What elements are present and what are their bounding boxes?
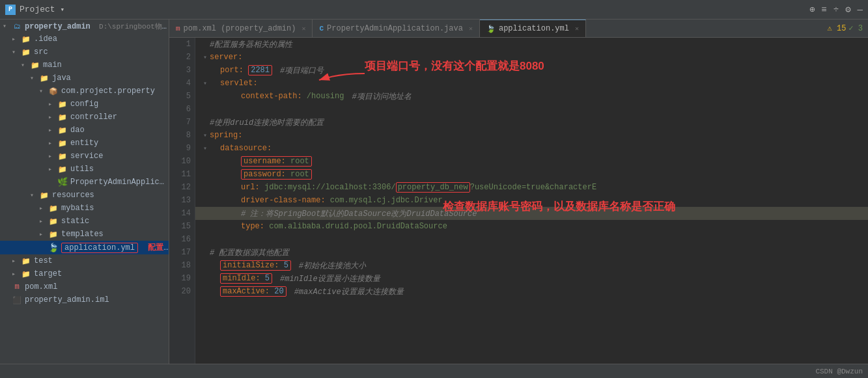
- expand-arrow: [39, 87, 48, 95]
- tab-close-yml[interactable]: ✕: [575, 25, 579, 33]
- sidebar-item-src[interactable]: 📁 src: [0, 46, 169, 59]
- code-line-5: context-path: /housing #项目访问地址名: [195, 90, 868, 103]
- sidebar-item-utils[interactable]: 📁 utils: [0, 163, 169, 176]
- tab-close-app[interactable]: ✕: [469, 25, 473, 33]
- sidebar-label-config: config: [70, 100, 169, 109]
- sidebar-item-entity[interactable]: 📁 entity: [0, 137, 169, 150]
- gear-icon[interactable]: ⚙: [845, 4, 850, 15]
- entity-folder-icon: 📁: [57, 138, 68, 148]
- project-path: D:\springboot物业管理\springboot物业管理: [99, 23, 169, 31]
- ln-11: 11: [169, 168, 195, 181]
- main-area: 🗂 property_admin D:\springboot物业管理\sprin…: [0, 20, 868, 364]
- ln-15: 15: [169, 220, 195, 233]
- title-bar-right: ⊕ ≡ ÷ ⚙ —: [809, 4, 863, 15]
- ln-16: 16: [169, 233, 195, 246]
- tab-pom-xml[interactable]: m pom.xml (property_admin) ✕: [169, 20, 313, 37]
- ln-2: 2: [169, 51, 195, 64]
- sidebar-label-main: main: [43, 61, 169, 70]
- driver-val: com.mysql.cj.jdbc.Driver: [330, 196, 443, 205]
- tab-close-pom[interactable]: ✕: [301, 25, 305, 33]
- username-box: username: root: [241, 156, 312, 167]
- ln-7: 7: [169, 116, 195, 129]
- sidebar-item-dao[interactable]: 📁 dao: [0, 124, 169, 137]
- sidebar-label-java: java: [52, 74, 169, 83]
- add-icon[interactable]: ⊕: [809, 4, 815, 15]
- expand-arrow: [12, 257, 21, 265]
- sidebar-item-idea[interactable]: 📁 .idea: [0, 33, 169, 46]
- sidebar-item-config[interactable]: 📁 config: [0, 98, 169, 111]
- sidebar-item-application-yml[interactable]: 🍃 application.yml 配置文件: [0, 241, 169, 254]
- test-folder-icon: 📁: [21, 256, 31, 266]
- tab-label-yml: application.yml: [499, 24, 569, 33]
- sidebar-item-pom-xml[interactable]: m pom.xml: [0, 280, 169, 293]
- minidle-box: minIdle: 5: [220, 273, 272, 284]
- sidebar-item-main-class[interactable]: 🌿 PropertyAdminApplication: [0, 176, 169, 189]
- templates-folder-icon: 📁: [48, 229, 59, 239]
- type-key: type:: [241, 222, 264, 231]
- sidebar-item-static[interactable]: 📁 static: [0, 215, 169, 228]
- bottom-bar: CSDN @Dwzun: [0, 364, 868, 378]
- sidebar-item-property-admin[interactable]: 🗂 property_admin D:\springboot物业管理\sprin…: [0, 20, 169, 33]
- service-folder-icon: 📁: [57, 151, 68, 161]
- sidebar-item-test[interactable]: 📁 test: [0, 254, 169, 267]
- sidebar-item-service[interactable]: 📁 service: [0, 150, 169, 163]
- expand-arrow: [39, 230, 48, 238]
- servlet-key: servlet:: [220, 79, 258, 88]
- title-dropdown[interactable]: ▾: [61, 5, 65, 14]
- expand-arrow: [48, 165, 57, 173]
- url-key: url:: [241, 183, 260, 192]
- code-line-12: url: jdbc:mysql://localhost:3306/propert…: [195, 181, 868, 194]
- expand-arrow: [12, 270, 21, 278]
- sidebar-label-target: target: [34, 269, 169, 278]
- sidebar-label-idea: .idea: [34, 34, 169, 44]
- spring-class-icon: 🌿: [57, 177, 68, 187]
- code-line-9: ▾ datasource:: [195, 142, 868, 155]
- line-numbers: 1 2 3 4 5 6 7 8 9 10 11 12 13 14 15 16 1…: [169, 38, 195, 364]
- sidebar-item-templates[interactable]: 📁 templates: [0, 228, 169, 241]
- package-icon: 📦: [48, 86, 59, 96]
- sidebar-item-java[interactable]: 📁 java: [0, 72, 169, 85]
- editor-area: m pom.xml (property_admin) ✕ C PropertyA…: [169, 20, 868, 364]
- code-content-17: # 配置数据源其他配置: [210, 247, 289, 258]
- sidebar-label-utils: utils: [70, 165, 169, 174]
- code-line-10: username: root: [195, 155, 868, 168]
- code-line-20: maxActive: 20 #maxActive设置最大连接数量: [195, 285, 868, 298]
- code-editor[interactable]: #配置服务器相关的属性 ▾ server: port: 2281 #项目端口号: [195, 38, 868, 364]
- ln-14: 14: [169, 207, 195, 220]
- ln-20: 20: [169, 285, 195, 298]
- config-folder-icon: 📁: [57, 99, 68, 109]
- ln-3: 3: [169, 64, 195, 77]
- expand-arrow: [3, 22, 12, 30]
- minimize-icon[interactable]: —: [858, 5, 863, 15]
- sidebar-label-iml: property_admin.iml: [25, 295, 169, 304]
- sidebar-item-target[interactable]: 📁 target: [0, 267, 169, 280]
- ln-10: 10: [169, 155, 195, 168]
- ok-count: ✓ 3: [848, 23, 863, 33]
- list-icon[interactable]: ≡: [821, 5, 826, 15]
- sidebar-item-iml[interactable]: ⬛ property_admin.iml: [0, 293, 169, 306]
- maxactive-comment: #maxActive设置最大连接数量: [294, 286, 404, 297]
- url-val-post: ?useUnicode=true&characterE: [470, 183, 596, 192]
- split-icon[interactable]: ÷: [833, 5, 839, 15]
- warning-count: ⚠ 15: [828, 23, 847, 33]
- sidebar-label-main-class: PropertyAdminApplication: [70, 178, 169, 187]
- sidebar-item-main[interactable]: 📁 main: [0, 59, 169, 72]
- code-content-10: username: root: [210, 157, 312, 166]
- sidebar-item-package[interactable]: 📦 com.project.property: [0, 85, 169, 98]
- title-text: Project: [20, 5, 55, 14]
- sidebar-label-entity: entity: [70, 139, 169, 148]
- sidebar-item-controller[interactable]: 📁 controller: [0, 111, 169, 124]
- ln-6: 6: [169, 103, 195, 116]
- expand-arrow: [48, 113, 57, 121]
- code-line-2: ▾ server:: [195, 51, 868, 64]
- tab-application-yml[interactable]: 🍃 application.yml ✕: [480, 20, 586, 37]
- folder-icon: 📁: [21, 34, 31, 44]
- sidebar-item-resources[interactable]: 📁 resources: [0, 189, 169, 202]
- code-content-5: context-path: /housing: [210, 92, 344, 101]
- expand-arrow: [30, 191, 39, 199]
- expand-arrow: [12, 48, 21, 56]
- controller-folder-icon: 📁: [57, 112, 68, 122]
- tab-property-admin-app[interactable]: C PropertyAdminApplication.java ✕: [313, 20, 479, 37]
- ln-18: 18: [169, 259, 195, 272]
- sidebar-item-mybatis[interactable]: 📁 mybatis: [0, 202, 169, 215]
